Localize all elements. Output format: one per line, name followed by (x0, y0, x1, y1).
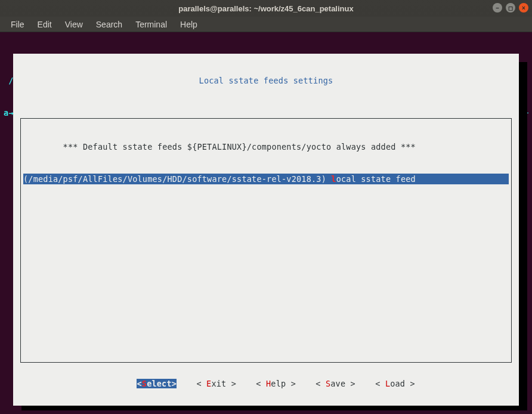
load-button[interactable]: < Load > (375, 379, 415, 388)
menu-header-line: *** Default sstate feeds ${PETALINUX}/co… (21, 141, 511, 152)
close-icon[interactable]: × (519, 3, 528, 13)
titlebar: parallels@parallels: ~/work/z45_6can_pet… (0, 0, 532, 17)
maximize-icon[interactable]: ◻ (506, 3, 515, 13)
menu-item-path: (/media/psf/AllFiles/Volumes/HDD/softwar… (23, 174, 331, 184)
menu-edit[interactable]: Edit (32, 18, 58, 30)
menu-help[interactable]: Help (174, 18, 203, 30)
minimize-icon[interactable]: – (493, 3, 502, 13)
menubar: File Edit View Search Terminal Help (0, 17, 532, 32)
window-controls: – ◻ × (493, 3, 528, 13)
dialog-title: Local sstate feeds settings (13, 75, 519, 86)
shadow (519, 62, 527, 410)
help-button[interactable]: < Help > (256, 379, 296, 388)
breadcrumb-prefix: a (4, 107, 8, 118)
button-row: <Select> < Exit > < Help > < Save > < Lo… (13, 378, 519, 389)
menu-box: *** Default sstate feeds ${PETALINUX}/co… (20, 118, 512, 363)
menu-file[interactable]: File (5, 18, 30, 30)
window-title: parallels@parallels: ~/work/z45_6can_pet… (178, 4, 353, 13)
menu-search[interactable]: Search (90, 18, 128, 30)
save-button[interactable]: < Save > (316, 379, 355, 388)
exit-button[interactable]: < Exit > (196, 379, 236, 388)
menu-item-tail: ocal sstate feed (336, 174, 416, 184)
terminal[interactable]: /home/parallels/work/z45_6can_petalinux/… (0, 32, 532, 414)
menu-item-local-sstate-feed[interactable]: (/media/psf/AllFiles/Volumes/HDD/softwar… (23, 174, 509, 184)
menu-view[interactable]: View (59, 18, 89, 30)
menu-item-hotkey: l (331, 174, 336, 184)
select-button[interactable]: <Select> (137, 379, 177, 388)
menu-terminal[interactable]: Terminal (129, 18, 173, 30)
dialog: Local sstate feeds settings Arrow keys n… (13, 54, 519, 406)
